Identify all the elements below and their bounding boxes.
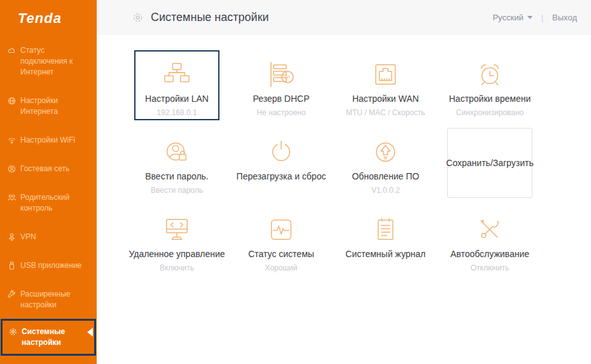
wifi-icon — [8, 136, 16, 144]
sidebar-item-connection-status[interactable]: Статус подключения к Интернет — [0, 38, 97, 85]
sidebar-item-guest-network[interactable]: Гостевая сеть — [0, 157, 97, 181]
sidebar-item-label: Родительский контроль — [20, 192, 92, 214]
topbar-divider: | — [541, 13, 543, 22]
parents-icon — [8, 193, 16, 202]
tile-subtitle: Ввести пароль — [151, 186, 203, 195]
tile-firmware-upgrade[interactable]: Обновление ПО V1.0.0.2 — [343, 128, 428, 198]
tile-title: Настройки WAN — [352, 94, 419, 104]
tile-lan-settings[interactable]: Настройки LAN 192.168.0.1 — [134, 50, 219, 120]
tile-login-password[interactable]: Ввести пароль. Ввести пароль — [134, 128, 219, 198]
main-panel: Системные настройки Русский | Выход Наст… — [97, 0, 591, 364]
language-label: Русский — [492, 13, 523, 22]
tile-title: Перезагрузка и сброс — [237, 171, 326, 181]
topbar-right: Русский | Выход — [492, 13, 577, 22]
tile-subtitle: V1.0.0.2 — [372, 186, 400, 195]
pulse-icon — [267, 213, 295, 246]
logout-link[interactable]: Выход — [552, 13, 577, 22]
svg-text:IP: IP — [285, 74, 289, 80]
tile-subtitle: Хороший — [265, 263, 298, 272]
tools-icon — [476, 213, 504, 246]
tile-title: Настройки LAN — [145, 94, 209, 104]
tile-subtitle: Синхронизировано — [456, 108, 524, 117]
cloud-status-icon — [8, 46, 16, 55]
tile-remote-management[interactable]: Удаленное управление Включить — [134, 206, 219, 276]
tile-title: Обновление ПО — [352, 171, 419, 181]
sidebar-item-label: Настройки Интернета — [20, 95, 92, 117]
sidebar-item-label: VPN — [20, 232, 36, 242]
tile-subtitle: Не настроено — [257, 108, 306, 117]
lan-network-icon — [163, 58, 191, 91]
sidebar-item-advanced-settings[interactable]: Расширенные настройки — [0, 282, 97, 318]
sidebar-item-usb-app[interactable]: USB приложение — [0, 253, 97, 278]
tile-title: Системный журнал — [345, 249, 426, 259]
globe-icon — [8, 97, 16, 105]
tile-system-status[interactable]: Статус системы Хороший — [239, 206, 324, 276]
upload-arrow-icon — [372, 136, 400, 169]
tile-subtitle: MTU / MAC / Скорость — [346, 108, 425, 117]
tile-dhcp-reservation[interactable]: IP Резерв DHCP Не настроено — [239, 50, 324, 120]
page-title: Системные настройки — [151, 11, 269, 24]
tile-reboot-reset[interactable]: Перезагрузка и сброс — [239, 128, 324, 198]
usb-stick-icon — [8, 262, 16, 270]
tile-title: Удаленное управление — [129, 249, 225, 259]
sidebar-item-label: USB приложение — [20, 260, 81, 271]
alarm-clock-icon — [476, 58, 504, 91]
chevron-down-icon — [527, 16, 532, 19]
tile-wan-settings[interactable]: Настройки WAN MTU / MAC / Скорость — [343, 50, 428, 120]
power-icon — [267, 136, 295, 169]
tile-auto-maintenance[interactable]: Автообслуживание Отключить — [447, 206, 532, 276]
tile-save-load[interactable]: Сохранить/Загрузить — [447, 128, 532, 198]
tile-subtitle: Включить — [160, 263, 194, 272]
tile-title: Резерв DHCP — [253, 94, 309, 104]
ethernet-port-icon — [372, 58, 400, 91]
tile-title: Сохранить/Загрузить — [446, 158, 533, 168]
sidebar-item-label: Статус подключения к Интернет — [20, 45, 92, 78]
tile-title: Настройки времени — [449, 94, 531, 104]
sidebar-item-parental-control[interactable]: Родительский контроль — [0, 185, 97, 221]
dhcp-list-icon: IP — [267, 58, 296, 91]
sidebar-item-vpn[interactable]: VPN — [0, 225, 97, 249]
tile-title: Автообслуживание — [450, 249, 529, 259]
sidebar-item-label: Системные настройки — [22, 326, 89, 348]
monitor-code-icon — [162, 213, 191, 246]
tenda-logo: Tenda — [0, 0, 97, 38]
notepad-icon — [372, 213, 400, 246]
sidebar-item-label: Настройки WiFi — [20, 135, 75, 146]
tile-subtitle: 192.168.0.1 — [156, 108, 197, 117]
tile-title: Статус системы — [248, 249, 314, 259]
tile-title: Ввести пароль. — [145, 171, 209, 181]
user-lock-icon — [163, 136, 191, 169]
tile-system-log[interactable]: Системный журнал — [343, 206, 428, 276]
sidebar-nav: Статус подключения к Интернет Настройки … — [0, 38, 97, 357]
guest-person-icon — [8, 165, 16, 173]
active-item-arrow — [87, 328, 93, 337]
tiles-grid: Настройки LAN 192.168.0.1 IP Резерв DHCP… — [97, 35, 591, 364]
topbar: Системные настройки Русский | Выход — [97, 0, 591, 35]
sidebar: Tenda Статус подключения к Интернет Наст… — [0, 0, 97, 364]
settings-gear-icon — [132, 12, 143, 23]
sidebar-item-wifi-settings[interactable]: Настройки WiFi — [0, 128, 97, 153]
tenda-router-admin: Tenda Статус подключения к Интернет Наст… — [0, 0, 591, 364]
sidebar-item-internet-settings[interactable]: Настройки Интернета — [0, 88, 97, 124]
sidebar-item-system-settings[interactable]: Системные настройки — [1, 319, 96, 356]
vpn-person-icon — [8, 233, 16, 241]
language-dropdown[interactable]: Русский — [492, 13, 532, 22]
tile-time-settings[interactable]: Настройки времени Синхронизировано — [447, 50, 532, 120]
gear-icon — [9, 328, 17, 336]
wrench-icon — [8, 290, 16, 298]
sidebar-item-label: Гостевая сеть — [20, 164, 69, 174]
tile-subtitle: Отключить — [471, 263, 510, 272]
sidebar-item-label: Расширенные настройки — [20, 289, 92, 311]
